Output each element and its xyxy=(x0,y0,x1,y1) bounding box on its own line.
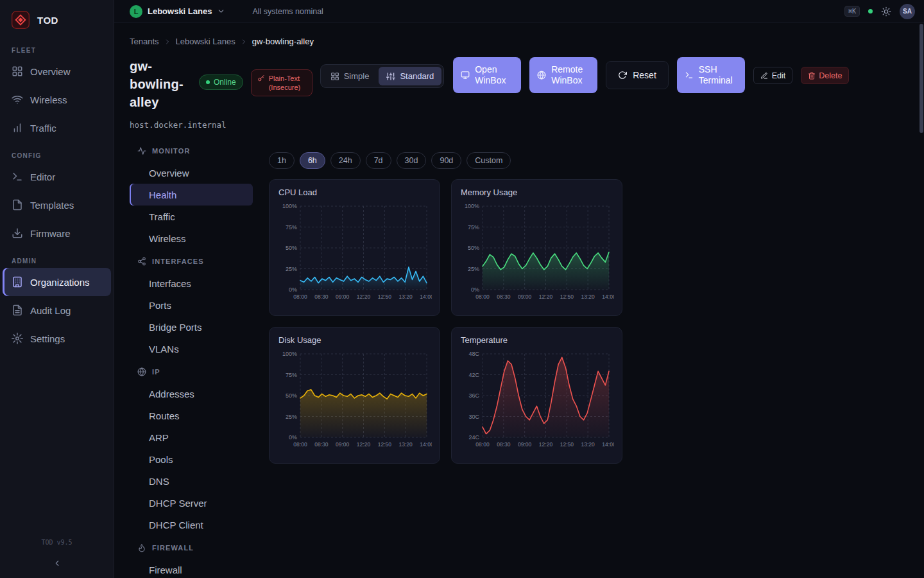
sidebar-item-traffic[interactable]: Traffic xyxy=(3,114,111,142)
time-range-30d[interactable]: 30d xyxy=(397,152,427,169)
sidebar-item-organizations[interactable]: Organizations xyxy=(3,268,111,296)
subnav-item-overview[interactable]: Overview xyxy=(130,162,253,184)
key-icon xyxy=(257,74,265,82)
scrollbar-thumb[interactable] xyxy=(920,24,923,133)
tenant-selector[interactable]: L Lebowski Lanes xyxy=(130,5,225,18)
download-icon xyxy=(12,227,23,239)
chart-title: Temperature xyxy=(461,335,613,345)
breadcrumb-tenants[interactable]: Tenants xyxy=(130,37,159,46)
terminal-icon xyxy=(685,71,694,80)
time-range-1h[interactable]: 1h xyxy=(269,152,295,169)
sidebar-item-label: Settings xyxy=(30,333,65,344)
grid-icon xyxy=(330,72,339,81)
svg-text:13:20: 13:20 xyxy=(399,293,413,300)
subnav-item-arp[interactable]: ARP xyxy=(130,426,253,448)
svg-text:25%: 25% xyxy=(286,414,297,420)
memory-usage-chart: 100%75%50%25%0%08:0008:3009:0012:2012:50… xyxy=(461,201,614,304)
svg-text:50%: 50% xyxy=(286,392,297,399)
main-scrollbar[interactable] xyxy=(920,24,923,577)
svg-text:48C: 48C xyxy=(468,351,479,357)
time-range-24h[interactable]: 24h xyxy=(330,152,361,169)
subnav-item-dhcp-server[interactable]: DHCP Server xyxy=(130,492,253,514)
subnav-item-dns[interactable]: DNS xyxy=(130,470,253,492)
subnav-item-ports[interactable]: Ports xyxy=(130,294,253,316)
svg-text:42C: 42C xyxy=(468,372,479,378)
svg-text:12:20: 12:20 xyxy=(539,293,553,300)
sidebar-item-overview[interactable]: Overview xyxy=(3,57,111,85)
ssh-terminal-label: SSH Terminal xyxy=(699,64,737,86)
sidebar-item-audit-log[interactable]: Audit Log xyxy=(3,296,111,324)
command-palette-shortcut[interactable]: ⌘K xyxy=(844,6,860,17)
chevron-right-icon xyxy=(164,38,171,46)
subnav-item-bridge-ports[interactable]: Bridge Ports xyxy=(130,316,253,338)
open-winbox-button[interactable]: Open WinBox xyxy=(453,57,521,93)
breadcrumb-tenant[interactable]: Lebowski Lanes xyxy=(176,37,235,46)
activity-icon xyxy=(137,146,146,155)
sidebar-collapse-button[interactable] xyxy=(0,554,114,573)
sidebar-section-admin: ADMIN Organizations Audit Log Settings xyxy=(0,258,114,353)
svg-text:09:00: 09:00 xyxy=(518,293,532,300)
svg-text:50%: 50% xyxy=(468,245,479,251)
delete-label: Delete xyxy=(819,71,842,80)
remote-winbox-button[interactable]: Remote WinBox xyxy=(529,57,597,93)
svg-text:0%: 0% xyxy=(471,286,479,293)
sidebar-item-settings[interactable]: Settings xyxy=(3,324,111,353)
view-standard-button[interactable]: Standard xyxy=(379,67,441,85)
edit-button[interactable]: Edit xyxy=(753,67,793,84)
subnav-item-traffic[interactable]: Traffic xyxy=(130,206,253,227)
svg-text:13:20: 13:20 xyxy=(581,441,595,448)
theme-toggle-icon[interactable] xyxy=(881,6,891,17)
subnav-item-pools[interactable]: Pools xyxy=(130,448,253,470)
device-name: gw-bowling-alley xyxy=(130,57,191,111)
network-icon xyxy=(137,257,146,266)
reset-button[interactable]: Reset xyxy=(606,61,669,89)
svg-text:14:00: 14:00 xyxy=(602,441,614,448)
monitor-icon xyxy=(461,71,470,80)
sidebar-section-label: CONFIG xyxy=(0,152,114,159)
gear-icon xyxy=(12,333,23,344)
svg-text:08:00: 08:00 xyxy=(293,441,307,448)
time-range-90d[interactable]: 90d xyxy=(431,152,461,169)
sidebar-section-label: FLEET xyxy=(0,47,114,54)
svg-text:12:50: 12:50 xyxy=(560,293,574,300)
view-simple-button[interactable]: Simple xyxy=(323,67,377,85)
health-panel: 1h 6h 24h 7d 30d 90d Custom CPU Load 100… xyxy=(269,139,909,578)
time-range-6h[interactable]: 6h xyxy=(300,152,325,169)
ssh-terminal-button[interactable]: SSH Terminal xyxy=(677,57,745,93)
sidebar-item-label: Editor xyxy=(30,171,55,182)
online-dot xyxy=(206,80,210,84)
subnav-item-vlans[interactable]: VLANs xyxy=(130,338,253,360)
time-range-custom[interactable]: Custom xyxy=(466,152,511,169)
subnav-item-health[interactable]: Health xyxy=(130,184,253,206)
file-text-icon xyxy=(12,304,23,316)
view-standard-label: Standard xyxy=(400,71,434,81)
view-toggle: Simple Standard xyxy=(320,64,445,88)
online-label: Online xyxy=(214,78,236,87)
pencil-icon xyxy=(760,72,768,80)
temperature-chart: 48C42C36C30C24C08:0008:3009:0012:2012:50… xyxy=(461,349,614,451)
user-avatar[interactable]: SA xyxy=(900,4,915,19)
delete-button[interactable]: Delete xyxy=(801,67,849,84)
security-label: Plain-Text (Insecure) xyxy=(269,74,306,92)
svg-text:08:00: 08:00 xyxy=(475,441,490,448)
subnav-item-dhcp-client[interactable]: DHCP Client xyxy=(130,514,253,536)
subnav-item-routes[interactable]: Routes xyxy=(130,405,253,426)
subnav-item-addresses[interactable]: Addresses xyxy=(130,383,253,405)
sidebar-item-templates[interactable]: Templates xyxy=(3,191,111,219)
subnav-item-interfaces[interactable]: Interfaces xyxy=(130,272,253,294)
sidebar-item-editor[interactable]: Editor xyxy=(3,162,111,191)
subnav-item-firewall[interactable]: Firewall xyxy=(130,559,253,578)
subnav-item-wireless[interactable]: Wireless xyxy=(130,227,253,249)
svg-text:25%: 25% xyxy=(286,266,297,272)
building-icon xyxy=(12,276,23,288)
app-name: TOD xyxy=(37,15,58,26)
svg-text:100%: 100% xyxy=(282,203,297,209)
sidebar-item-wireless[interactable]: Wireless xyxy=(3,85,111,114)
svg-text:100%: 100% xyxy=(465,203,479,209)
sidebar-item-firmware[interactable]: Firmware xyxy=(3,219,111,247)
sidebar-item-label: Wireless xyxy=(30,94,67,105)
sidebar-section-config: CONFIG Editor Templates Firmware xyxy=(0,152,114,247)
tenant-avatar: L xyxy=(130,5,142,18)
svg-text:25%: 25% xyxy=(468,266,479,272)
time-range-7d[interactable]: 7d xyxy=(366,152,391,169)
